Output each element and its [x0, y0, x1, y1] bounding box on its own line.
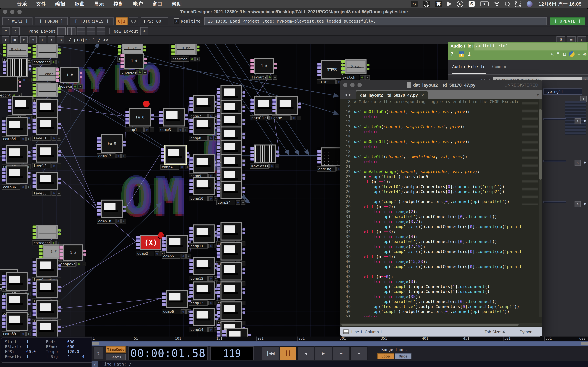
node-flag-plus[interactable]: + [78, 84, 83, 89]
output-connectors[interactable] [151, 108, 154, 126]
node-viewer[interactable] [163, 108, 185, 126]
node-layout2[interactable]: 1 #layout2+ [250, 58, 277, 80]
menu-item-歌曲[interactable]: 歌曲 [75, 1, 85, 7]
menu-item-帐户[interactable]: 帐户 [133, 1, 143, 7]
tab-common[interactable]: Common [492, 64, 508, 74]
node-comp34[interactable]: comp34+ [2, 117, 31, 142]
node-flag-plus[interactable]: + [56, 60, 61, 64]
node-viewer[interactable] [321, 148, 343, 166]
node-game[interactable]: game+ [272, 96, 301, 120]
node-level4[interactable]: level4+ [32, 280, 61, 304]
node-viewer[interactable] [36, 258, 58, 276]
input-connectors[interactable] [2, 44, 7, 57]
python-help-icon[interactable]: ? [459, 51, 464, 57]
node-flag-display[interactable] [269, 164, 274, 168]
node-flag-plus[interactable]: + [143, 70, 147, 75]
frame-ruler[interactable]: 151101151201251301351401451501551600 [92, 336, 588, 341]
input-connectors[interactable] [162, 235, 166, 253]
output-connectors[interactable] [123, 200, 126, 218]
timecode-mode-button[interactable]: TimeCode [106, 346, 126, 353]
node-viewer[interactable] [193, 257, 215, 275]
node-levelnegative[interactable]: levelnegative+ [32, 258, 61, 282]
output-connectors[interactable] [58, 117, 61, 135]
search-icon[interactable] [505, 2, 510, 6]
input-connectors[interactable] [32, 280, 36, 298]
node-flag-display[interactable] [21, 185, 26, 189]
input-connectors[interactable] [189, 225, 193, 243]
expression-toggle-s[interactable]: s [575, 118, 581, 124]
display-options-icon[interactable]: ▭ [567, 36, 576, 43]
python-mode-icon[interactable] [569, 51, 575, 57]
input-connectors[interactable] [159, 108, 163, 126]
input-connectors[interactable] [120, 53, 124, 69]
oi-toggle[interactable]: O|I [116, 17, 128, 25]
output-connectors[interactable] [27, 166, 31, 184]
input-connectors[interactable] [32, 83, 36, 98]
node-comp14[interactable]: comp14+ [189, 308, 218, 332]
mic-icon[interactable] [423, 1, 430, 7]
node-name[interactable]: camcachearea [32, 59, 51, 65]
node-viewer[interactable] [193, 117, 215, 135]
node-flag-plus[interactable]: + [365, 75, 370, 80]
output-connectors[interactable] [366, 59, 370, 74]
node-name[interactable]: comp34 [2, 136, 20, 142]
output-connectors[interactable] [58, 144, 61, 163]
node-flag-display[interactable] [21, 137, 26, 141]
operator-name-field[interactable]: audiofilein1 [475, 43, 587, 50]
node-flag-display[interactable] [180, 165, 184, 169]
vertical-scrollbar[interactable] [539, 99, 542, 317]
node-flag-display[interactable] [73, 84, 78, 89]
time-path-button[interactable]: / [92, 361, 98, 367]
input-connectors[interactable] [97, 200, 101, 218]
input-connectors[interactable] [222, 328, 226, 336]
input-connectors[interactable] [189, 257, 193, 275]
node-viewer[interactable] [6, 145, 27, 164]
input-connectors[interactable] [272, 96, 276, 115]
help-icon[interactable]: ? [450, 51, 453, 57]
node-viewer[interactable] [36, 44, 58, 58]
node-viewer[interactable] [36, 300, 58, 318]
node-viewer[interactable] [101, 200, 123, 218]
node-name[interactable]: comp10 [189, 196, 208, 201]
emoji-icon[interactable]: ☺ [411, 1, 418, 7]
node-camcacheareanegative[interactable]: camcacheareanegative+ [32, 225, 61, 245]
menu-item-编辑[interactable]: 编辑 [55, 1, 66, 7]
node-name[interactable]: comp3 [159, 127, 178, 132]
input-connectors[interactable] [32, 300, 36, 318]
realtime-checkbox[interactable]: X [173, 18, 179, 24]
node-flag-plus[interactable]: + [273, 75, 277, 80]
node-flag-plus[interactable]: + [57, 136, 61, 141]
horizontal-scrollbar[interactable] [340, 323, 542, 326]
node-viewer[interactable] [221, 262, 242, 281]
output-connectors[interactable] [58, 99, 61, 118]
tab-active-file[interactable]: dat_layout2__td_58170_47.py × [356, 91, 428, 99]
input-connectors[interactable] [2, 312, 6, 331]
node-comp10[interactable]: comp10+ [189, 177, 218, 201]
favorites-star-icon[interactable]: ★ [48, 36, 55, 43]
slider-dot[interactable] [584, 120, 586, 122]
node-name[interactable]: comp5 [162, 254, 181, 259]
add-parameter-icon[interactable]: + [578, 51, 580, 57]
node-name[interactable]: comp11 [189, 243, 208, 249]
node-flag-display[interactable] [208, 196, 213, 201]
play-icon[interactable]: ▶ [457, 1, 463, 7]
output-connectors[interactable] [274, 58, 277, 74]
node-level1[interactable]: level1+ [32, 117, 61, 141]
node-switch[interactable]: 0 swiswitch+ [341, 59, 370, 80]
expression-toggle-s[interactable]: s [575, 160, 581, 166]
node-flag-display[interactable] [52, 191, 56, 196]
input-connectors[interactable] [2, 58, 7, 77]
value-field[interactable] [543, 118, 566, 120]
input-connectors[interactable] [136, 235, 140, 250]
output-connectors[interactable] [58, 44, 61, 59]
input-connectors[interactable] [32, 172, 36, 190]
node-viewer[interactable] [166, 235, 188, 253]
input-connectors[interactable] [189, 308, 193, 326]
maximize-pane-icon[interactable]: ⌃ [2, 27, 10, 35]
node-flag-plus[interactable]: + [57, 191, 61, 196]
node-name[interactable]: comp1 [125, 127, 144, 132]
output-connectors[interactable] [276, 144, 279, 163]
node-viewer[interactable] [193, 308, 215, 326]
menu-item-控制[interactable]: 控制 [113, 1, 124, 7]
value-field[interactable] [543, 201, 566, 203]
